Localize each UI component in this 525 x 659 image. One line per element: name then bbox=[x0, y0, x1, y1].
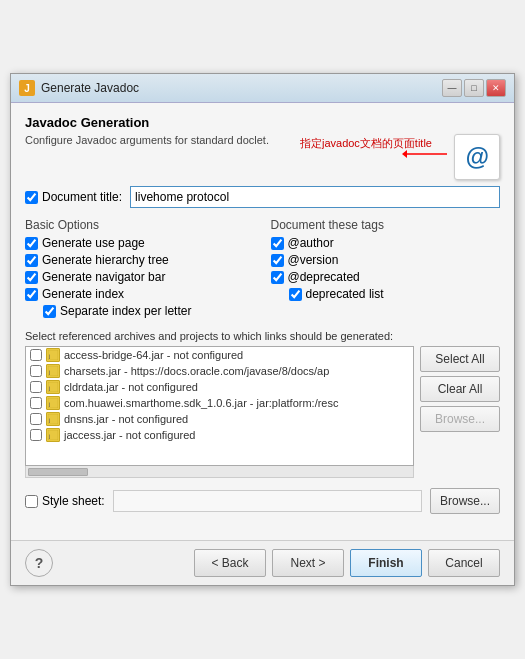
item-checkbox-5[interactable] bbox=[30, 429, 42, 441]
archives-buttons: Select All Clear All Browse... bbox=[420, 346, 500, 466]
checkbox-index[interactable] bbox=[25, 288, 38, 301]
tag-label-1: @version bbox=[288, 253, 339, 267]
stylesheet-checkbox[interactable] bbox=[25, 495, 38, 508]
svg-marker-1 bbox=[402, 150, 407, 158]
svg-text:j: j bbox=[48, 401, 50, 407]
tag-label-2: @deprecated bbox=[288, 270, 360, 284]
jar-icon-5: j bbox=[46, 428, 60, 442]
list-item[interactable]: j jaccess.jar - not configured bbox=[26, 427, 413, 443]
select-all-button[interactable]: Select All bbox=[420, 346, 500, 372]
item-checkbox-2[interactable] bbox=[30, 381, 42, 393]
basic-option-2[interactable]: Generate navigator bar bbox=[25, 270, 255, 284]
help-button[interactable]: ? bbox=[25, 549, 53, 577]
checkbox-author[interactable] bbox=[271, 237, 284, 250]
titlebar-left: J Generate Javadoc bbox=[19, 80, 139, 96]
tag-label-0: @author bbox=[288, 236, 334, 250]
archives-area: j access-bridge-64.jar - not configured … bbox=[25, 346, 500, 466]
checkbox-navigator[interactable] bbox=[25, 271, 38, 284]
doc-title-checkbox[interactable] bbox=[25, 191, 38, 204]
jar-icon-4: j bbox=[46, 412, 60, 426]
stylesheet-browse-button[interactable]: Browse... bbox=[430, 488, 500, 514]
option-label-2: Generate navigator bar bbox=[42, 270, 165, 284]
maximize-button[interactable]: □ bbox=[464, 79, 484, 97]
tag-option-1[interactable]: @version bbox=[271, 253, 501, 267]
svg-text:j: j bbox=[48, 353, 50, 359]
stylesheet-label: Style sheet: bbox=[42, 494, 105, 508]
doc-title-row: Document title: bbox=[25, 186, 500, 208]
archives-label: Select referenced archives and projects … bbox=[25, 330, 500, 342]
section-title: Javadoc Generation bbox=[25, 115, 500, 130]
list-item[interactable]: j access-bridge-64.jar - not configured bbox=[26, 347, 413, 363]
doc-tags-col: Document these tags @author @version @de… bbox=[271, 218, 501, 318]
footer: ? < Back Next > Finish Cancel bbox=[11, 540, 514, 585]
item-checkbox-3[interactable] bbox=[30, 397, 42, 409]
item-text-5: jaccess.jar - not configured bbox=[64, 429, 195, 441]
checkbox-deprecated[interactable] bbox=[271, 271, 284, 284]
basic-option-3[interactable]: Generate index bbox=[25, 287, 255, 301]
item-text-2: cldrdata.jar - not configured bbox=[64, 381, 198, 393]
item-text-1: charsets.jar - https://docs.oracle.com/j… bbox=[64, 365, 329, 377]
javadoc-badge: @ bbox=[454, 134, 500, 180]
basic-options-title: Basic Options bbox=[25, 218, 255, 232]
browse-button[interactable]: Browse... bbox=[420, 406, 500, 432]
tag-label-3: deprecated list bbox=[306, 287, 384, 301]
minimize-button[interactable]: — bbox=[442, 79, 462, 97]
svg-text:j: j bbox=[48, 369, 50, 375]
doc-title-input[interactable] bbox=[130, 186, 500, 208]
back-button[interactable]: < Back bbox=[194, 549, 266, 577]
annotation-arrow bbox=[402, 146, 452, 162]
doc-title-label: Document title: bbox=[42, 190, 122, 204]
clear-all-button[interactable]: Clear All bbox=[420, 376, 500, 402]
jar-icon-3: j bbox=[46, 396, 60, 410]
finish-button[interactable]: Finish bbox=[350, 549, 422, 577]
option-label-1: Generate hierarchy tree bbox=[42, 253, 169, 267]
window: J Generate Javadoc — □ ✕ Javadoc Generat… bbox=[10, 73, 515, 586]
list-item[interactable]: j com.huawei.smarthome.sdk_1.0.6.jar - j… bbox=[26, 395, 413, 411]
svg-text:j: j bbox=[48, 433, 50, 439]
option-label-0: Generate use page bbox=[42, 236, 145, 250]
svg-text:j: j bbox=[48, 385, 50, 391]
close-button[interactable]: ✕ bbox=[486, 79, 506, 97]
basic-options-col: Basic Options Generate use page Generate… bbox=[25, 218, 255, 318]
basic-option-1[interactable]: Generate hierarchy tree bbox=[25, 253, 255, 267]
section-desc: Configure Javadoc arguments for standard… bbox=[25, 134, 269, 146]
archives-list[interactable]: j access-bridge-64.jar - not configured … bbox=[25, 346, 414, 466]
item-text-0: access-bridge-64.jar - not configured bbox=[64, 349, 243, 361]
option-label-4: Separate index per letter bbox=[60, 304, 191, 318]
checkbox-version[interactable] bbox=[271, 254, 284, 267]
window-title: Generate Javadoc bbox=[41, 81, 139, 95]
item-checkbox-1[interactable] bbox=[30, 365, 42, 377]
item-checkbox-4[interactable] bbox=[30, 413, 42, 425]
svg-text:j: j bbox=[48, 417, 50, 423]
basic-option-4[interactable]: Separate index per letter bbox=[43, 304, 255, 318]
footer-buttons: < Back Next > Finish Cancel bbox=[194, 549, 500, 577]
checkbox-separate-index[interactable] bbox=[43, 305, 56, 318]
tag-option-0[interactable]: @author bbox=[271, 236, 501, 250]
doc-title-checkbox-label[interactable]: Document title: bbox=[25, 190, 122, 204]
basic-option-0[interactable]: Generate use page bbox=[25, 236, 255, 250]
list-item[interactable]: j dnsns.jar - not configured bbox=[26, 411, 413, 427]
stylesheet-input[interactable] bbox=[113, 490, 422, 512]
titlebar-controls: — □ ✕ bbox=[442, 79, 506, 97]
header-area: Javadoc Generation Configure Javadoc arg… bbox=[25, 115, 500, 182]
cancel-button[interactable]: Cancel bbox=[428, 549, 500, 577]
checkbox-use-page[interactable] bbox=[25, 237, 38, 250]
list-item[interactable]: j charsets.jar - https://docs.oracle.com… bbox=[26, 363, 413, 379]
tag-option-2[interactable]: @deprecated bbox=[271, 270, 501, 284]
list-item[interactable]: j cldrdata.jar - not configured bbox=[26, 379, 413, 395]
jar-icon-2: j bbox=[46, 380, 60, 394]
tag-option-3[interactable]: deprecated list bbox=[289, 287, 501, 301]
item-checkbox-0[interactable] bbox=[30, 349, 42, 361]
stylesheet-checkbox-label[interactable]: Style sheet: bbox=[25, 494, 105, 508]
item-text-3: com.huawei.smarthome.sdk_1.0.6.jar - jar… bbox=[64, 397, 339, 409]
checkbox-hierarchy[interactable] bbox=[25, 254, 38, 267]
stylesheet-row: Style sheet: Browse... bbox=[25, 488, 500, 514]
jar-icon-1: j bbox=[46, 364, 60, 378]
doc-tags-title: Document these tags bbox=[271, 218, 501, 232]
item-text-4: dnsns.jar - not configured bbox=[64, 413, 188, 425]
checkbox-deprecated-list[interactable] bbox=[289, 288, 302, 301]
titlebar: J Generate Javadoc — □ ✕ bbox=[11, 74, 514, 103]
next-button[interactable]: Next > bbox=[272, 549, 344, 577]
jar-icon-0: j bbox=[46, 348, 60, 362]
javadoc-icon: @ bbox=[465, 143, 488, 171]
